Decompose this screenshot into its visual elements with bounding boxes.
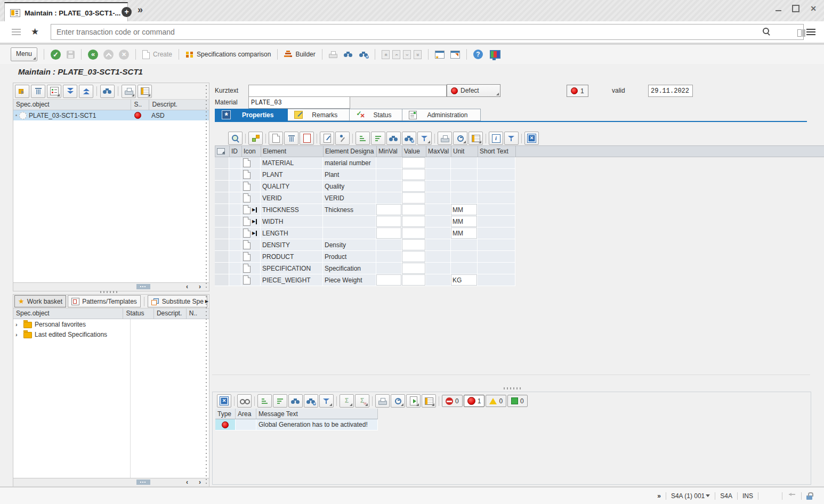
close-grid-button[interactable] (524, 132, 539, 145)
previous-page-icon[interactable] (392, 50, 400, 59)
select-all-cell[interactable] (215, 145, 230, 157)
table-row[interactable]: PIECE_WEIGHT Piece Weight KG (215, 274, 824, 286)
minval-cell[interactable] (376, 227, 402, 239)
column-descript[interactable]: Descript. (154, 308, 187, 319)
first-page-icon[interactable] (382, 50, 390, 59)
table-row[interactable]: SPECIFICATION Specification (215, 263, 824, 274)
value-cell[interactable] (402, 227, 426, 239)
minval-cell[interactable] (376, 274, 402, 286)
response-time-icon[interactable] (787, 493, 796, 499)
error-count-button[interactable]: 1 (567, 85, 588, 97)
tab-patterns-templates[interactable]: Patterns/Templates (68, 295, 141, 307)
sort-ascending-button[interactable] (356, 132, 370, 145)
value-cell[interactable] (402, 157, 426, 169)
worklist-hscrollbar[interactable]: ‹ › (13, 478, 209, 486)
session-list-icon[interactable] (12, 29, 21, 35)
tab-substitute-specs[interactable]: Substitute Spe (148, 295, 207, 307)
folder-personal-favorites[interactable]: Personal favorites (13, 319, 132, 329)
table-row[interactable]: MATERIAL material number (215, 157, 824, 169)
value-cell[interactable] (402, 192, 426, 204)
views-button[interactable] (391, 394, 405, 408)
column-unit[interactable]: Unit (451, 145, 478, 157)
column-descript[interactable]: Descript. (149, 100, 209, 110)
value-cell[interactable] (402, 274, 426, 286)
column-icon[interactable]: Icon (242, 145, 261, 157)
delete-row-button[interactable] (284, 132, 298, 145)
column-designation[interactable]: Element Designa (324, 145, 377, 157)
scrollbar-thumb[interactable] (136, 479, 150, 485)
column-maxval[interactable]: MaxVal (426, 145, 451, 157)
filter-button[interactable] (319, 394, 334, 408)
unit-cell[interactable]: KG (451, 274, 478, 286)
expand-arrow-icon[interactable] (15, 321, 21, 328)
warning-count-button[interactable]: 0 (486, 395, 506, 407)
next-page-icon[interactable] (403, 50, 411, 59)
horizontal-splitter-grip[interactable] (100, 291, 119, 293)
transaction-code-input[interactable] (51, 24, 804, 40)
specifications-comparison-button[interactable]: Specifications comparison (185, 51, 271, 58)
close-button[interactable] (810, 4, 817, 13)
horizontal-splitter-grip[interactable] (504, 387, 523, 389)
column-status[interactable]: Status (123, 308, 154, 319)
assign-button[interactable] (15, 85, 29, 98)
tab-administration[interactable]: Administration (402, 109, 481, 121)
table-row[interactable]: PLANT Plant (215, 169, 824, 181)
column-spec-object[interactable]: Spec.object (13, 100, 131, 110)
find-next-button[interactable] (402, 132, 416, 145)
folder-last-edited[interactable]: Last edited Specifications (13, 329, 132, 339)
print-button[interactable] (375, 394, 390, 408)
table-row[interactable]: DENSITY Density (215, 239, 824, 251)
find-next-icon[interactable] (359, 51, 368, 58)
scroll-left-icon[interactable]: ‹ (183, 478, 191, 486)
column-area[interactable]: Area (236, 409, 256, 419)
export-button[interactable] (468, 132, 483, 145)
filter-button[interactable] (417, 132, 432, 145)
column-status[interactable]: S.. (131, 100, 149, 110)
tab-properties[interactable]: Properties (215, 109, 288, 121)
value-cell[interactable] (402, 216, 426, 227)
new-session-icon[interactable] (435, 51, 445, 59)
column-message-text[interactable]: Message Text (256, 409, 378, 419)
find-button[interactable] (386, 132, 401, 145)
find-button[interactable] (288, 394, 303, 408)
spec-tree-row[interactable]: PLATE_03-SCT1-SCT1 ASD (13, 110, 209, 120)
tree-find-button[interactable] (100, 85, 115, 98)
maximize-button[interactable] (792, 5, 799, 12)
minval-cell[interactable] (376, 216, 402, 227)
minval-cell[interactable] (376, 204, 402, 216)
pin-button[interactable] (335, 132, 350, 145)
column-spec-object[interactable]: Spec.object (13, 308, 123, 319)
sort-ascending-button[interactable] (257, 394, 272, 408)
views-button[interactable] (453, 132, 467, 145)
table-row[interactable]: WIDTH MM (215, 216, 824, 227)
print-icon[interactable] (329, 51, 337, 58)
system-session-selector[interactable]: S4A (1) 001 (671, 492, 710, 500)
edit-button[interactable] (320, 132, 334, 145)
scrollbar-thumb[interactable] (136, 284, 150, 289)
delete-button[interactable] (31, 85, 45, 98)
last-page-icon[interactable] (414, 50, 422, 59)
favorites-star-icon[interactable] (31, 26, 39, 37)
enter-icon[interactable] (51, 50, 61, 60)
table-row[interactable]: LENGTH MM (215, 227, 824, 239)
display-options-button[interactable] (47, 85, 61, 98)
check-entries-button[interactable] (248, 132, 263, 145)
tree-export-button[interactable] (138, 85, 152, 98)
back-icon[interactable] (88, 50, 98, 60)
error-count-button[interactable]: 1 (464, 395, 485, 407)
export-button[interactable] (406, 394, 421, 408)
table-row[interactable]: VERID VERID (215, 192, 824, 204)
value-cell[interactable] (402, 181, 426, 192)
column-type[interactable]: Type (215, 409, 236, 419)
value-cell[interactable] (402, 169, 426, 181)
close-messages-button[interactable] (217, 394, 231, 408)
defect-button[interactable]: Defect (447, 84, 500, 97)
save-icon[interactable] (67, 51, 75, 59)
kurztext-input[interactable] (248, 85, 447, 97)
menu-button[interactable]: Menu (11, 47, 37, 61)
vertical-splitter-grip[interactable] (206, 85, 207, 288)
scroll-left-icon[interactable]: ‹ (183, 283, 191, 290)
exit-icon[interactable] (103, 50, 114, 60)
message-row[interactable]: Global Generation has to be activated! (215, 419, 378, 430)
lock-icon[interactable] (806, 495, 812, 500)
